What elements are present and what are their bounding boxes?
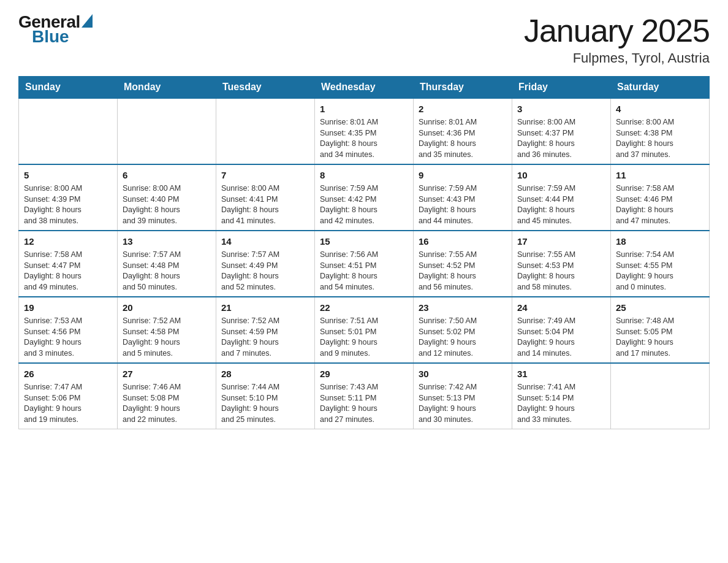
day-number: 29 (320, 367, 408, 380)
page-header: General Blue January 2025 Fulpmes, Tyrol… (18, 12, 710, 66)
calendar-cell: 9Sunrise: 7:59 AMSunset: 4:43 PMDaylight… (414, 164, 512, 231)
weekday-header-wednesday: Wednesday (315, 77, 414, 99)
day-info: Sunrise: 7:58 AMSunset: 4:47 PMDaylight:… (24, 250, 112, 293)
day-number: 23 (419, 301, 507, 314)
day-number: 28 (221, 367, 309, 380)
calendar-cell: 27Sunrise: 7:46 AMSunset: 5:08 PMDayligh… (118, 363, 216, 429)
day-info: Sunrise: 7:49 AMSunset: 5:04 PMDaylight:… (517, 316, 605, 359)
day-info: Sunrise: 7:47 AMSunset: 5:06 PMDaylight:… (24, 382, 112, 425)
logo: General Blue (18, 12, 93, 47)
day-number: 31 (517, 367, 605, 380)
day-number: 21 (221, 301, 309, 314)
day-info: Sunrise: 8:01 AMSunset: 4:35 PMDaylight:… (320, 117, 408, 160)
calendar-cell: 8Sunrise: 7:59 AMSunset: 4:42 PMDaylight… (315, 164, 414, 231)
day-info: Sunrise: 7:57 AMSunset: 4:49 PMDaylight:… (221, 250, 309, 293)
calendar-cell: 11Sunrise: 7:58 AMSunset: 4:46 PMDayligh… (611, 164, 710, 231)
day-number: 22 (320, 301, 408, 314)
month-title: January 2025 (524, 12, 710, 49)
day-info: Sunrise: 7:43 AMSunset: 5:11 PMDaylight:… (320, 382, 408, 425)
day-info: Sunrise: 8:01 AMSunset: 4:36 PMDaylight:… (419, 117, 507, 160)
day-number: 18 (616, 235, 704, 248)
day-number: 5 (24, 169, 112, 182)
calendar-cell: 28Sunrise: 7:44 AMSunset: 5:10 PMDayligh… (216, 363, 315, 429)
calendar-cell: 12Sunrise: 7:58 AMSunset: 4:47 PMDayligh… (19, 231, 118, 297)
day-info: Sunrise: 8:00 AMSunset: 4:39 PMDaylight:… (24, 183, 112, 226)
weekday-header-tuesday: Tuesday (216, 77, 315, 99)
calendar-cell: 14Sunrise: 7:57 AMSunset: 4:49 PMDayligh… (216, 231, 315, 297)
calendar-cell: 21Sunrise: 7:52 AMSunset: 4:59 PMDayligh… (216, 297, 315, 363)
calendar-header: SundayMondayTuesdayWednesdayThursdayFrid… (19, 77, 710, 99)
day-info: Sunrise: 7:59 AMSunset: 4:43 PMDaylight:… (419, 183, 507, 226)
day-number: 26 (24, 367, 112, 380)
calendar-cell: 3Sunrise: 8:00 AMSunset: 4:37 PMDaylight… (512, 98, 611, 164)
day-number: 9 (419, 169, 507, 182)
day-info: Sunrise: 7:56 AMSunset: 4:51 PMDaylight:… (320, 250, 408, 293)
day-number: 13 (123, 235, 211, 248)
day-info: Sunrise: 7:59 AMSunset: 4:42 PMDaylight:… (320, 183, 408, 226)
calendar-cell: 13Sunrise: 7:57 AMSunset: 4:48 PMDayligh… (118, 231, 216, 297)
calendar-cell: 19Sunrise: 7:53 AMSunset: 4:56 PMDayligh… (19, 297, 118, 363)
calendar-cell: 1Sunrise: 8:01 AMSunset: 4:35 PMDaylight… (315, 98, 414, 164)
day-info: Sunrise: 7:46 AMSunset: 5:08 PMDaylight:… (123, 382, 211, 425)
calendar-cell: 18Sunrise: 7:54 AMSunset: 4:55 PMDayligh… (611, 231, 710, 297)
day-info: Sunrise: 7:55 AMSunset: 4:52 PMDaylight:… (419, 250, 507, 293)
calendar-cell: 24Sunrise: 7:49 AMSunset: 5:04 PMDayligh… (512, 297, 611, 363)
day-info: Sunrise: 7:41 AMSunset: 5:14 PMDaylight:… (517, 382, 605, 425)
day-number: 8 (320, 169, 408, 182)
day-number: 10 (517, 169, 605, 182)
day-number: 16 (419, 235, 507, 248)
calendar-cell: 20Sunrise: 7:52 AMSunset: 4:58 PMDayligh… (118, 297, 216, 363)
day-info: Sunrise: 7:53 AMSunset: 4:56 PMDaylight:… (24, 316, 112, 359)
day-info: Sunrise: 8:00 AMSunset: 4:37 PMDaylight:… (517, 117, 605, 160)
day-number: 25 (616, 301, 704, 314)
day-number: 17 (517, 235, 605, 248)
calendar-cell: 4Sunrise: 8:00 AMSunset: 4:38 PMDaylight… (611, 98, 710, 164)
calendar-table: SundayMondayTuesdayWednesdayThursdayFrid… (18, 76, 710, 429)
day-number: 12 (24, 235, 112, 248)
calendar-cell: 22Sunrise: 7:51 AMSunset: 5:01 PMDayligh… (315, 297, 414, 363)
day-info: Sunrise: 8:00 AMSunset: 4:41 PMDaylight:… (221, 183, 309, 226)
calendar-cell (216, 98, 315, 164)
day-info: Sunrise: 7:42 AMSunset: 5:13 PMDaylight:… (419, 382, 507, 425)
calendar-cell: 5Sunrise: 8:00 AMSunset: 4:39 PMDaylight… (19, 164, 118, 231)
weekday-header-saturday: Saturday (611, 77, 710, 99)
day-number: 6 (123, 169, 211, 182)
weekday-header-monday: Monday (118, 77, 216, 99)
day-number: 7 (221, 169, 309, 182)
location-subtitle: Fulpmes, Tyrol, Austria (524, 50, 710, 66)
calendar-cell: 2Sunrise: 8:01 AMSunset: 4:36 PMDaylight… (414, 98, 512, 164)
day-number: 15 (320, 235, 408, 248)
calendar-cell: 6Sunrise: 8:00 AMSunset: 4:40 PMDaylight… (118, 164, 216, 231)
weekday-header-row: SundayMondayTuesdayWednesdayThursdayFrid… (19, 77, 710, 99)
day-info: Sunrise: 7:50 AMSunset: 5:02 PMDaylight:… (419, 316, 507, 359)
day-number: 30 (419, 367, 507, 380)
calendar-week-2: 5Sunrise: 8:00 AMSunset: 4:39 PMDaylight… (19, 164, 710, 231)
calendar-cell: 17Sunrise: 7:55 AMSunset: 4:53 PMDayligh… (512, 231, 611, 297)
day-number: 27 (123, 367, 211, 380)
calendar-cell: 7Sunrise: 8:00 AMSunset: 4:41 PMDaylight… (216, 164, 315, 231)
calendar-week-5: 26Sunrise: 7:47 AMSunset: 5:06 PMDayligh… (19, 363, 710, 429)
day-info: Sunrise: 7:54 AMSunset: 4:55 PMDaylight:… (616, 250, 704, 293)
day-info: Sunrise: 7:52 AMSunset: 4:58 PMDaylight:… (123, 316, 211, 359)
day-info: Sunrise: 7:52 AMSunset: 4:59 PMDaylight:… (221, 316, 309, 359)
weekday-header-thursday: Thursday (414, 77, 512, 99)
day-number: 3 (517, 102, 605, 115)
day-number: 20 (123, 301, 211, 314)
day-number: 2 (419, 102, 507, 115)
day-info: Sunrise: 7:44 AMSunset: 5:10 PMDaylight:… (221, 382, 309, 425)
day-info: Sunrise: 7:59 AMSunset: 4:44 PMDaylight:… (517, 183, 605, 226)
calendar-cell: 15Sunrise: 7:56 AMSunset: 4:51 PMDayligh… (315, 231, 414, 297)
weekday-header-sunday: Sunday (19, 77, 118, 99)
day-number: 1 (320, 102, 408, 115)
calendar-week-3: 12Sunrise: 7:58 AMSunset: 4:47 PMDayligh… (19, 231, 710, 297)
day-info: Sunrise: 7:57 AMSunset: 4:48 PMDaylight:… (123, 250, 211, 293)
calendar-cell (19, 98, 118, 164)
logo-blue-text: Blue (32, 27, 69, 47)
logo-triangle-icon (82, 14, 93, 28)
calendar-week-4: 19Sunrise: 7:53 AMSunset: 4:56 PMDayligh… (19, 297, 710, 363)
calendar-cell: 23Sunrise: 7:50 AMSunset: 5:02 PMDayligh… (414, 297, 512, 363)
calendar-cell: 26Sunrise: 7:47 AMSunset: 5:06 PMDayligh… (19, 363, 118, 429)
weekday-header-friday: Friday (512, 77, 611, 99)
calendar-body: 1Sunrise: 8:01 AMSunset: 4:35 PMDaylight… (19, 98, 710, 429)
calendar-cell: 29Sunrise: 7:43 AMSunset: 5:11 PMDayligh… (315, 363, 414, 429)
